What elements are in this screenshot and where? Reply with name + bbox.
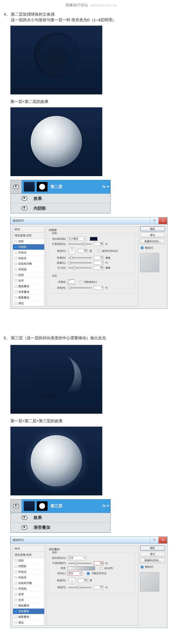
- layer-fx-row-style[interactable]: 内阴影: [11, 204, 110, 213]
- style-ck-pattern-overlay[interactable]: [15, 296, 17, 299]
- style-ck-inner-shadow[interactable]: [15, 246, 17, 248]
- contour-picker[interactable]: [67, 279, 75, 285]
- slider-opacity[interactable]: [68, 244, 92, 245]
- layer-thumb-mask[interactable]: [37, 182, 48, 192]
- visibility-eye-icon[interactable]: [13, 504, 19, 508]
- style-list-head-blend[interactable]: 混合选项:自定: [13, 552, 44, 558]
- window-close-button[interactable]: ✕: [158, 218, 167, 224]
- new-style-button[interactable]: 新建样式(W)...: [140, 239, 165, 244]
- layer-row-third[interactable]: 第三层 fx: [11, 499, 110, 513]
- input-scale[interactable]: 57: [94, 586, 104, 590]
- input-size[interactable]: 49: [94, 266, 104, 270]
- style-item-texture[interactable]: 纹理: [13, 592, 44, 597]
- style-item-satin[interactable]: 光泽: [13, 278, 44, 284]
- style-item-contour[interactable]: 等高线: [13, 586, 44, 592]
- angle-dial[interactable]: [68, 577, 76, 584]
- style-item-gradient-overlay[interactable]: 渐变叠加: [13, 289, 44, 295]
- style-ck-bevel[interactable]: [15, 262, 17, 265]
- style-list-head-blend[interactable]: 混合选项:自定: [13, 232, 44, 239]
- slider-size[interactable]: [68, 267, 92, 268]
- style-item-stroke[interactable]: 描边: [13, 620, 44, 626]
- slider-distance[interactable]: [68, 257, 92, 258]
- style-item-contour[interactable]: 等高线: [13, 267, 44, 272]
- style-item-inner-shadow[interactable]: 内阴影: [13, 564, 44, 569]
- style-item-color-overlay[interactable]: 颜色叠加: [13, 284, 44, 289]
- ok-button[interactable]: 确定: [140, 546, 165, 551]
- style-item-pattern-overlay[interactable]: 图案叠加: [13, 295, 44, 300]
- fx-indicator[interactable]: fx: [102, 504, 109, 508]
- style-item-satin[interactable]: 光泽: [13, 597, 44, 603]
- gradient-picker[interactable]: [67, 566, 95, 570]
- visibility-eye-icon[interactable]: [13, 185, 19, 189]
- reset-button[interactable]: 复位: [140, 232, 165, 238]
- ck-antialias[interactable]: [80, 281, 82, 283]
- new-style-button[interactable]: 新建样式(W)...: [140, 558, 165, 563]
- style-item-bevel[interactable]: 斜面和浮雕: [13, 580, 44, 586]
- style-ck-outer-glow[interactable]: [15, 251, 17, 254]
- angle-dial[interactable]: [68, 247, 76, 255]
- select-blend-mode[interactable]: 正常: [67, 556, 86, 560]
- style-item-inner-glow[interactable]: 内发光: [13, 575, 44, 580]
- style-ck-bevel[interactable]: [15, 582, 17, 584]
- style-ck-drop-shadow[interactable]: [15, 240, 17, 242]
- reset-button[interactable]: 复位: [140, 552, 165, 557]
- style-ck-texture[interactable]: [15, 274, 17, 276]
- ck-global-light[interactable]: [97, 250, 100, 252]
- style-ck-drop-shadow[interactable]: [15, 560, 17, 562]
- layer-fx-row-effect[interactable]: 效果: [11, 194, 110, 204]
- select-style[interactable]: 径向: [67, 572, 82, 576]
- slider-opacity[interactable]: [68, 563, 92, 564]
- style-ck-stroke[interactable]: [15, 302, 17, 304]
- style-item-bevel[interactable]: 斜面和浮雕: [13, 261, 44, 267]
- layer-thumb-solid[interactable]: [24, 182, 35, 192]
- style-ck-contour[interactable]: [15, 268, 17, 271]
- input-opacity[interactable]: 65: [94, 242, 104, 246]
- style-ck-inner-glow[interactable]: [15, 576, 17, 579]
- style-list-head-styles[interactable]: 样式: [13, 546, 44, 552]
- style-ck-gradient-overlay[interactable]: [15, 291, 17, 293]
- style-item-pattern-overlay[interactable]: 图案叠加: [13, 614, 44, 620]
- style-item-outer-glow[interactable]: 外发光: [13, 569, 44, 575]
- style-ck-gradient-overlay[interactable]: [15, 610, 17, 612]
- layer-thumb-mask[interactable]: [37, 501, 48, 511]
- input-angle[interactable]: 90: [78, 579, 88, 582]
- layer-fx-row-style[interactable]: 渐变叠加: [11, 523, 110, 532]
- layer-row-second[interactable]: 第二层 fx: [11, 180, 110, 194]
- style-item-inner-shadow[interactable]: 内阴影: [13, 244, 44, 250]
- fx-indicator[interactable]: fx: [102, 185, 109, 189]
- style-item-drop-shadow[interactable]: 投影: [13, 239, 44, 244]
- style-item-color-overlay[interactable]: 颜色叠加: [13, 603, 44, 608]
- slider-choke[interactable]: [68, 262, 92, 264]
- input-distance[interactable]: 12: [94, 256, 104, 260]
- ck-reverse[interactable]: [100, 567, 102, 570]
- style-ck-texture[interactable]: [15, 593, 17, 596]
- slider-scale[interactable]: [68, 587, 92, 588]
- style-ck-color-overlay[interactable]: [15, 604, 17, 607]
- window-close-button[interactable]: ✕: [158, 537, 167, 543]
- visibility-eye-icon[interactable]: [22, 196, 27, 200]
- visibility-eye-icon[interactable]: [22, 526, 27, 530]
- visibility-eye-icon[interactable]: [22, 206, 27, 210]
- style-ck-contour[interactable]: [15, 588, 17, 590]
- style-ck-satin[interactable]: [15, 280, 17, 282]
- ck-preview[interactable]: [141, 246, 143, 249]
- ck-align-layer[interactable]: [87, 572, 90, 575]
- color-swatch[interactable]: [90, 237, 97, 241]
- select-blend-mode[interactable]: 正片叠底: [67, 237, 86, 241]
- style-item-stroke[interactable]: 描边: [13, 300, 44, 306]
- ck-preview[interactable]: [141, 566, 143, 568]
- layer-fx-row-effect[interactable]: 效果: [11, 513, 110, 523]
- input-choke[interactable]: 0: [94, 261, 104, 265]
- input-angle[interactable]: -90: [78, 249, 88, 253]
- style-list-head-styles[interactable]: 样式: [13, 226, 44, 232]
- style-ck-inner-glow[interactable]: [15, 257, 17, 260]
- style-ck-inner-shadow[interactable]: [15, 565, 17, 568]
- style-item-inner-glow[interactable]: 内发光: [13, 256, 44, 261]
- ok-button[interactable]: 确定: [140, 226, 165, 231]
- style-item-outer-glow[interactable]: 外发光: [13, 250, 44, 256]
- slider-noise[interactable]: [68, 287, 92, 288]
- style-item-texture[interactable]: 纹理: [13, 272, 44, 278]
- visibility-eye-icon[interactable]: [22, 516, 27, 520]
- style-ck-stroke[interactable]: [15, 621, 17, 624]
- dialog-titlebar[interactable]: 图层样式 ? ✕: [11, 217, 167, 224]
